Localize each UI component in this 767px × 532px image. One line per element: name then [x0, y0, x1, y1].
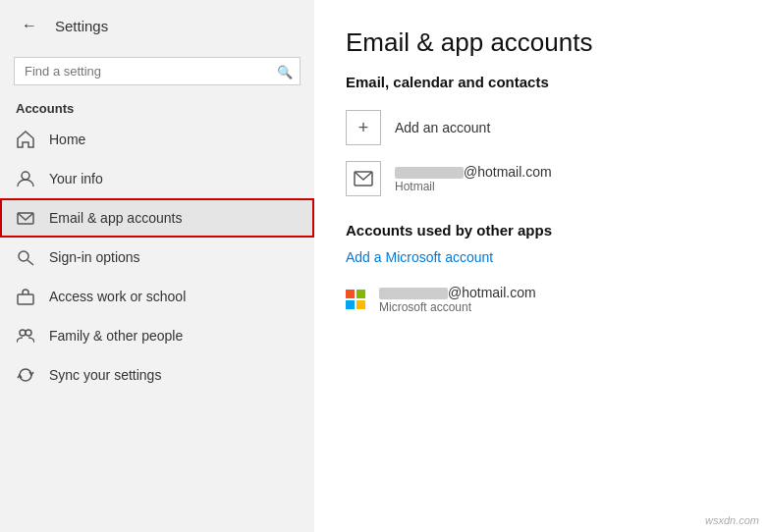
key-icon	[16, 247, 35, 267]
sidebar-item-home[interactable]: Home	[0, 120, 314, 159]
sidebar-item-sign-in-options-label: Sign-in options	[49, 249, 140, 265]
microsoft-account-label: Microsoft account	[379, 300, 536, 314]
sidebar-item-email-app-accounts[interactable]: Email & app accounts ​	[0, 198, 314, 238]
microsoft-email-blurred	[379, 288, 448, 299]
search-icon: 🔍	[277, 64, 293, 79]
sidebar-item-home-label: Home	[49, 132, 85, 147]
svg-rect-4	[18, 294, 33, 304]
hotmail-account-info: @hotmail.com Hotmail	[395, 164, 552, 193]
briefcase-icon	[16, 287, 35, 306]
add-account-row[interactable]: + Add an account	[346, 102, 736, 153]
accounts-section-label: Accounts	[0, 95, 314, 120]
sync-icon	[16, 365, 35, 385]
microsoft-account-row[interactable]: @hotmail.com Microsoft account	[346, 277, 736, 322]
back-button[interactable]: ←	[16, 12, 43, 39]
sidebar-item-access-work-school[interactable]: Access work or school	[0, 277, 314, 316]
microsoft-email: @hotmail.com	[379, 285, 536, 300]
sidebar-item-family-other-people[interactable]: Family & other people	[0, 316, 314, 355]
svg-line-3	[27, 260, 33, 265]
add-account-info: Add an account	[395, 120, 490, 135]
svg-point-6	[26, 330, 31, 336]
sidebar-item-email-app-accounts-label: Email & app accounts	[49, 210, 182, 226]
people-icon	[16, 326, 35, 346]
sidebar-header: ← Settings	[0, 0, 314, 51]
add-microsoft-account-link[interactable]: Add a Microsoft account	[346, 249, 493, 265]
watermark: wsxdn.com	[705, 514, 759, 526]
svg-point-0	[22, 172, 29, 180]
sidebar-item-family-other-people-label: Family & other people	[49, 328, 183, 344]
sidebar-title: Settings	[55, 18, 108, 34]
add-account-label: Add an account	[395, 120, 490, 135]
section2-heading: Accounts used by other apps	[346, 222, 736, 239]
sidebar-item-your-info-label: Your info	[49, 171, 103, 186]
add-account-icon: +	[346, 110, 381, 145]
svg-point-2	[19, 251, 28, 261]
hotmail-label: Hotmail	[395, 180, 552, 193]
search-input[interactable]	[14, 57, 301, 85]
sidebar-item-your-info[interactable]: Your info	[0, 159, 314, 198]
sidebar-item-access-work-school-label: Access work or school	[49, 289, 186, 304]
microsoft-account-info: @hotmail.com Microsoft account	[379, 285, 536, 314]
sidebar-item-sign-in-options[interactable]: Sign-in options	[0, 238, 314, 277]
microsoft-logo	[346, 290, 365, 309]
person-icon	[16, 169, 35, 188]
sidebar-item-sync-settings[interactable]: Sync your settings	[0, 355, 314, 395]
svg-point-5	[20, 330, 26, 336]
section1-heading: Email, calendar and contacts	[346, 74, 736, 90]
email-icon	[16, 208, 35, 228]
hotmail-email-blurred	[395, 167, 464, 179]
hotmail-email: @hotmail.com	[395, 164, 552, 180]
hotmail-email-icon	[346, 161, 381, 196]
hotmail-account-row[interactable]: @hotmail.com Hotmail	[346, 153, 736, 204]
sidebar-item-sync-settings-label: Sync your settings	[49, 367, 161, 383]
home-icon	[16, 130, 35, 149]
sidebar: ← Settings 🔍 Accounts Home Your info	[0, 0, 314, 532]
search-box[interactable]: 🔍	[14, 57, 301, 85]
page-title: Email & app accounts	[346, 27, 736, 58]
main-content: Email & app accounts Email, calendar and…	[314, 0, 767, 532]
